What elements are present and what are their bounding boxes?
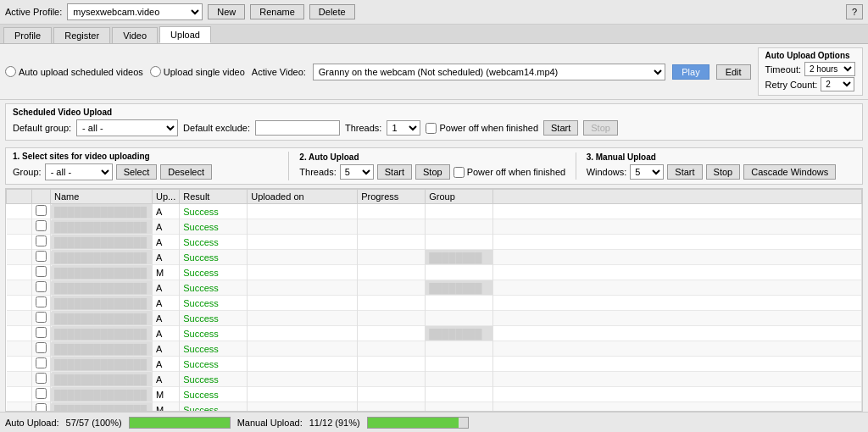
auto-power-off-label[interactable]: Power off when finished [453, 167, 566, 178]
table-row: ██████████████ASuccess [7, 311, 862, 326]
group-select[interactable]: - all - [45, 163, 113, 180]
radio-scheduled-label[interactable]: Auto upload scheduled videos [5, 66, 143, 77]
auto-start-button[interactable]: Start [377, 164, 412, 180]
new-button[interactable]: New [208, 4, 245, 19]
row-progress [358, 402, 426, 413]
row-group [426, 372, 493, 387]
row-result: Success [180, 402, 248, 413]
row-uploaded-on [248, 357, 358, 372]
row-uploaded-on [248, 372, 358, 387]
row-number [7, 219, 32, 235]
row-checkbox[interactable] [36, 251, 47, 262]
row-checkbox[interactable] [36, 312, 47, 323]
scheduled-threads-select[interactable]: 1 [387, 120, 420, 136]
row-group [426, 296, 493, 311]
table-row: ██████████████ASuccess [7, 219, 862, 235]
row-checkbox[interactable] [36, 296, 47, 307]
table-row: ██████████████ASuccess [7, 341, 862, 357]
row-checkbox[interactable] [36, 281, 47, 292]
retry-label: Retry Count: [765, 80, 818, 90]
cascade-button[interactable]: Cascade Windows [743, 164, 836, 180]
row-name: ██████████████ [51, 280, 153, 296]
row-type: A [153, 326, 180, 341]
section2-area: 2. Auto Upload Threads: 5 Start Stop Pow… [292, 152, 576, 180]
play-button[interactable]: Play [672, 64, 709, 80]
row-name: ██████████████ [51, 311, 153, 326]
profile-label: Active Profile: [5, 7, 62, 17]
row-result: Success [180, 296, 248, 311]
row-checkbox[interactable] [36, 235, 47, 246]
active-video-select[interactable]: Granny on the webcam (Not scheduled) (we… [313, 64, 665, 80]
col-header-extra [493, 190, 862, 204]
retry-select[interactable]: 2 [821, 77, 854, 91]
help-button[interactable]: ? [846, 4, 863, 19]
edit-button[interactable]: Edit [716, 64, 751, 80]
auto-power-off-checkbox[interactable] [453, 167, 465, 178]
auto-stop-button[interactable]: Stop [415, 164, 450, 180]
auto-threads-select[interactable]: 5 [340, 164, 374, 180]
delete-button[interactable]: Delete [309, 4, 355, 19]
table-row: ██████████████ASuccess [7, 372, 862, 387]
tab-video[interactable]: Video [112, 27, 158, 43]
row-progress [358, 372, 426, 387]
row-progress [358, 280, 426, 296]
row-checkbox[interactable] [36, 266, 47, 277]
tab-register[interactable]: Register [53, 27, 110, 43]
row-result: Success [180, 311, 248, 326]
row-group [426, 311, 493, 326]
auto-upload-options-title: Auto Upload Options [765, 51, 855, 60]
row-checkbox[interactable] [36, 373, 47, 384]
row-type: A [153, 219, 180, 235]
row-name: ██████████████ [51, 250, 153, 265]
profile-select[interactable]: mysexwebcam.video [67, 3, 203, 20]
radio-single-label[interactable]: Upload single video [150, 66, 245, 77]
power-off-checkbox[interactable] [426, 123, 437, 134]
active-video-label: Active Video: [252, 67, 306, 77]
col-header-result: Result [180, 190, 248, 204]
deselect-button[interactable]: Deselect [160, 164, 212, 180]
row-uploaded-on [248, 204, 358, 219]
scheduled-start-button[interactable]: Start [543, 120, 578, 136]
row-result: Success [180, 204, 248, 219]
windows-select[interactable]: 5 [630, 164, 664, 180]
row-checkbox[interactable] [36, 327, 47, 338]
table-row: ██████████████ASuccess [7, 204, 862, 219]
radio-single[interactable] [150, 66, 161, 77]
row-checkbox[interactable] [36, 357, 47, 368]
radio-scheduled[interactable] [5, 66, 16, 77]
row-checkbox[interactable] [36, 403, 47, 412]
manual-stop-button[interactable]: Stop [706, 164, 741, 180]
default-exclude-input[interactable] [255, 120, 340, 136]
row-checkbox[interactable] [36, 205, 47, 216]
tab-profile[interactable]: Profile [3, 27, 52, 43]
row-uploaded-on [248, 280, 358, 296]
table-row: ██████████████ASuccess [7, 296, 862, 311]
row-result: Success [180, 372, 248, 387]
default-group-select[interactable]: - all - [76, 119, 178, 136]
row-uploaded-on [248, 311, 358, 326]
col-header-progress: Progress [358, 190, 426, 204]
row-checkbox[interactable] [36, 342, 47, 353]
section3-area: 3. Manual Upload Windows: 5 Start Stop C… [580, 152, 855, 180]
scheduled-stop-button[interactable]: Stop [583, 120, 618, 136]
col-header-up: Up... [153, 190, 180, 204]
page-wrapper: Active Profile: mysexwebcam.video New Re… [0, 0, 868, 432]
power-off-label[interactable]: Power off when finished [426, 123, 538, 134]
row-group [426, 265, 493, 280]
table-row: ██████████████ASuccess [7, 357, 862, 372]
row-name: ██████████████ [51, 357, 153, 372]
auto-upload-progress-fill [130, 418, 230, 428]
timeout-select[interactable]: 2 hours [804, 62, 855, 76]
tab-upload[interactable]: Upload [159, 26, 211, 43]
row-number [7, 402, 32, 413]
manual-start-button[interactable]: Start [667, 164, 702, 180]
row-checkbox[interactable] [36, 388, 47, 399]
select-button[interactable]: Select [116, 164, 158, 180]
scheduled-title: Scheduled Video Upload [13, 108, 855, 117]
row-checkbox[interactable] [36, 220, 47, 231]
table-container[interactable]: Name Up... Result Uploaded on Progress G… [5, 188, 863, 412]
group-label: Group: [13, 167, 42, 177]
row-number [7, 250, 32, 265]
rename-button[interactable]: Rename [250, 4, 304, 19]
row-uploaded-on [248, 219, 358, 235]
